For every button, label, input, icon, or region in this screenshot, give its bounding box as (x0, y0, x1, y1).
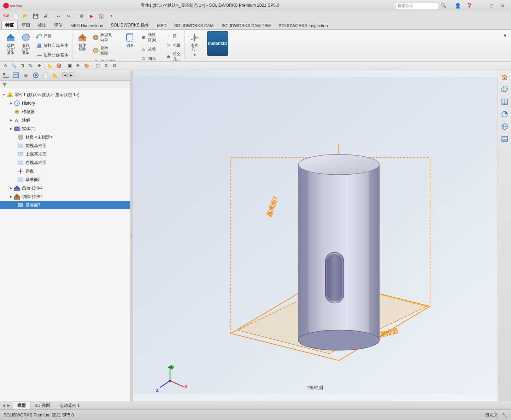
help-button[interactable]: ❓ (464, 2, 474, 9)
nav-right-btn[interactable]: ▶ (69, 72, 74, 78)
pan-btn[interactable]: ✥ (35, 62, 43, 69)
user-button[interactable]: 👤 (452, 2, 463, 9)
new-file-btn[interactable]: 📄 (11, 12, 20, 20)
intersect-btn[interactable]: ⊕ 相交几... (163, 50, 182, 62)
home-btn[interactable]: 🏠 (97, 12, 106, 20)
tree-item-plane5[interactable]: ▶ 基准面5 (0, 175, 130, 184)
annotations-expand[interactable]: ▶ (8, 118, 13, 123)
rp-list-btn[interactable] (499, 133, 510, 145)
tab-evaluate[interactable]: 评估 (50, 21, 66, 29)
tree-item-boss-extrude4[interactable]: ▶ 凸台-拉伸4 (0, 184, 130, 192)
feature-manager-btn[interactable] (1, 71, 11, 80)
dim-expert-btn[interactable] (31, 71, 40, 80)
config-manager-btn[interactable]: ⊕ (21, 71, 30, 80)
edit-appear-btn[interactable]: 🎨 (83, 62, 90, 69)
tab-next-btn[interactable]: ▶ (6, 403, 11, 408)
rp-chart-btn[interactable] (499, 109, 510, 120)
search-button[interactable]: 🔍 (438, 2, 449, 9)
display-style-btn[interactable]: ▣ (66, 62, 74, 69)
close-button[interactable]: ✕ (498, 2, 508, 9)
hole-wizard-btn[interactable]: 异型孔向导 (90, 31, 118, 44)
draft-btn[interactable]: △ 拔模 (138, 44, 158, 53)
rib-btn[interactable]: ⊥ 筋 (163, 31, 182, 40)
rp-table-btn[interactable] (499, 96, 510, 107)
rp-globe-btn[interactable] (499, 121, 510, 132)
bottom-tab-model[interactable]: 模型 (13, 402, 30, 409)
save-btn[interactable]: 💾 (31, 12, 40, 20)
tab-sw-cam[interactable]: SOLIDWORKS CAM (170, 22, 217, 29)
3d-viewport[interactable]: 上视基准面 基准面6 (133, 70, 498, 401)
history-expand[interactable]: ▶ (8, 101, 13, 106)
ref-geom-btn[interactable]: 参考几... (188, 31, 202, 52)
options-btn[interactable]: ⚙ (77, 12, 86, 20)
rotate-btn[interactable]: ↻ (27, 62, 35, 69)
tree-item-history[interactable]: ▶ History (0, 99, 130, 107)
open-file-btn[interactable]: 📂 (21, 12, 30, 20)
ribbon-collapse-btn[interactable]: ▲ (503, 30, 510, 60)
boss4-expand[interactable]: ▶ (8, 186, 13, 191)
sw-logo-btn[interactable]: SW (1, 12, 11, 20)
tab-sketch[interactable]: 草图 (18, 21, 34, 29)
zoom-area-btn[interactable]: ⊡ (18, 62, 26, 69)
tab-prev-btn[interactable]: ◀ (1, 403, 6, 408)
rp-home-btn[interactable]: 🏠 (499, 71, 510, 83)
nav-left-btn[interactable]: ◀ (62, 72, 68, 78)
boundary-boss-btn[interactable]: 边界凸台/基体 (34, 50, 70, 59)
fillet-btn[interactable]: 圆角 (123, 31, 137, 49)
sweep-cut-btn[interactable]: ◯ 扫描切除 (90, 57, 118, 62)
scene-btn[interactable]: 🖥 (111, 62, 118, 69)
command-search[interactable] (396, 2, 438, 9)
qa-dropdown[interactable]: ▼ (107, 12, 116, 20)
rp-3d-btn[interactable] (499, 84, 510, 95)
custom-manager-btn[interactable]: 📐 (51, 71, 60, 80)
customize-btn[interactable]: 自定义 (485, 412, 498, 418)
wrap-btn[interactable]: ⊃ 包覆 (163, 41, 182, 50)
linear-pattern-btn[interactable]: ⊞ 线性阵列 (138, 31, 158, 44)
tab-sw-plugins[interactable]: SOLIDWORKS 插件 (107, 21, 153, 29)
tree-item-sensors[interactable]: ▶ 传感器 (0, 107, 130, 116)
loft-btn[interactable]: 放样凸台/基体 (34, 41, 70, 50)
appearance-btn[interactable]: 📄 (41, 71, 50, 80)
standard-views-btn[interactable]: 📐 (46, 62, 54, 69)
maximize-button[interactable]: □ (486, 2, 497, 9)
tree-item-cut-extrude4[interactable]: ▶ 切除-拉伸4 (0, 192, 130, 201)
zoom-in-btn[interactable]: 🔍 (10, 62, 18, 69)
bottom-tab-motion[interactable]: 运动算例 1 (55, 402, 84, 409)
section-view-btn[interactable]: ⬚ (94, 62, 101, 69)
revolve-boss-btn[interactable]: 旋转凸台/基体 (19, 31, 33, 56)
view-orient-btn[interactable]: 🎯 (55, 62, 63, 69)
tab-mbd-dim[interactable]: MBD Dimensions (66, 22, 107, 29)
redo-btn[interactable]: ↪ (64, 12, 73, 20)
tab-features[interactable]: 特征 (1, 21, 18, 29)
tree-item-right-plane[interactable]: ▶ 右视基准面 (0, 158, 130, 167)
tab-sw-cam-tbm[interactable]: SOLIDWORKS CAM TBM (217, 22, 275, 29)
print-btn[interactable]: 🖨 (41, 12, 50, 20)
tab-mbd[interactable]: MBD (153, 22, 170, 29)
extrude-cut-btn[interactable]: 拉伸切除 (75, 31, 89, 52)
ref-geom-dropdown[interactable]: ▼ (193, 53, 196, 57)
minimize-button[interactable]: ─ (475, 2, 486, 9)
tree-item-top-plane[interactable]: ▶ 上视基准面 (0, 150, 130, 158)
zoom-to-fit-btn[interactable]: ⊙ (1, 62, 9, 69)
tree-item-plane7[interactable]: ▶ 基准面7 (0, 201, 130, 209)
tab-sw-inspection[interactable]: SOLIDWORKS Inspection (275, 22, 331, 29)
run-btn[interactable]: ▶ (87, 12, 96, 20)
tab-markup[interactable]: 标注 (34, 21, 50, 29)
tree-item-material[interactable]: ▶ 材质 <未指定> (0, 133, 130, 141)
shell-btn[interactable]: □ 抽壳 (138, 54, 158, 62)
tree-item-solid-bodies[interactable]: ▶ 实体(1) (0, 124, 130, 133)
sweep-btn[interactable]: 扫描 (34, 31, 70, 40)
root-expand[interactable]: ▼ (1, 92, 6, 97)
revolve-cut-btn[interactable]: 旋转切除 (90, 44, 118, 57)
tree-item-origin[interactable]: ▶ 原点 (0, 167, 130, 175)
cut4-expand[interactable]: ▶ (8, 194, 13, 199)
solid-expand[interactable]: ▶ (8, 126, 13, 131)
tree-item-front-plane[interactable]: ▶ 前视基准面 (0, 141, 130, 150)
filter-icon[interactable] (1, 82, 8, 88)
property-manager-btn[interactable] (11, 71, 20, 80)
hide-show-btn[interactable]: 👁 (74, 62, 82, 69)
tree-item-annotations[interactable]: ▶ A 注解 (0, 116, 130, 124)
extrude-boss-btn[interactable]: 拉伸凸台/基体 (4, 31, 18, 56)
tree-item-root[interactable]: ▼ 零件1 (默认<<默认>_显示状态 1>) (0, 91, 130, 99)
bottom-tab-3dview[interactable]: 3D 视图 (30, 402, 55, 409)
